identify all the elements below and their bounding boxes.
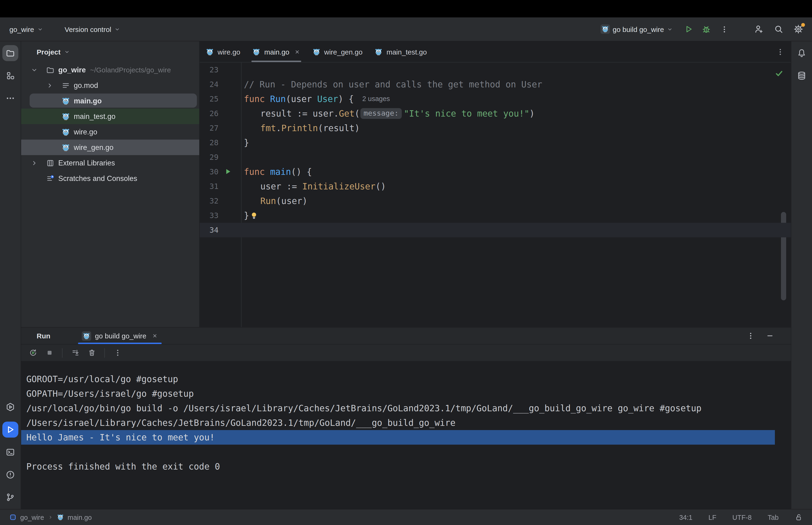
tab-label: main.go — [264, 48, 289, 56]
tree-item-go.mod[interactable]: go.mod — [21, 77, 199, 93]
tree-item-main.go[interactable]: main.go — [21, 93, 199, 108]
run-config-chip — [600, 25, 610, 34]
run-tab[interactable]: go build go_wire — [77, 328, 163, 344]
stop-button[interactable] — [43, 347, 56, 359]
database-tool-button[interactable] — [794, 68, 810, 84]
settings-notification-dot — [801, 23, 805, 27]
chevron-right-icon[interactable] — [31, 159, 38, 167]
chevron-down-icon[interactable] — [31, 66, 38, 74]
code-line-30: 30func main() { — [200, 165, 791, 179]
vcs-widget[interactable]: Version control — [65, 25, 120, 33]
code-token: Get — [339, 106, 354, 121]
editor-tab-main.go[interactable]: main.go — [246, 41, 306, 62]
editor-tab-wire.go[interactable]: wire.go — [200, 41, 246, 62]
debug-button[interactable] — [699, 22, 713, 36]
run-icon — [6, 425, 15, 434]
notifications-button[interactable] — [794, 45, 810, 61]
code-token: (result) — [318, 121, 360, 135]
line-number: 27 — [200, 121, 218, 135]
editor-tab-options-button[interactable] — [774, 46, 786, 58]
services-tool-button[interactable] — [2, 399, 18, 415]
search-everywhere-button[interactable] — [771, 22, 786, 36]
tree-item-label: go_wire — [58, 65, 86, 74]
project-widget[interactable]: go_wire — [10, 25, 43, 33]
global-actions — [752, 22, 806, 36]
console-line: GOPATH=/Users/israel/go #gosetup — [21, 386, 791, 401]
tree-item-scratches-and-consoles[interactable]: Scratches and Consoles — [21, 170, 199, 186]
encoding-widget[interactable]: UTF-8 — [732, 513, 752, 521]
left-tool-strip — [0, 41, 21, 509]
tree-item-label: go.mod — [74, 81, 98, 90]
parameter-hint-chip: message: — [360, 108, 402, 119]
run-toolbar-more-button[interactable] — [111, 347, 124, 359]
bug-icon — [702, 25, 711, 34]
line-number: 34 — [200, 223, 218, 237]
line-separator-widget[interactable]: LF — [708, 513, 716, 521]
project-square-icon — [10, 514, 16, 521]
close-icon[interactable] — [294, 49, 300, 55]
problems-tool-button[interactable] — [2, 467, 18, 483]
code-token: main — [270, 165, 291, 179]
git-tool-button[interactable] — [2, 489, 18, 505]
status-bar: go_wiremain.go 34:1LFUTF-8Tab — [0, 509, 812, 525]
rerun-button[interactable] — [27, 347, 39, 359]
scroll-to-end-button[interactable] — [69, 347, 81, 359]
tree-item-label: External Libraries — [58, 159, 115, 167]
project-tool-button[interactable] — [2, 45, 18, 61]
problems-icon — [6, 470, 15, 479]
scratches-icon — [46, 174, 55, 183]
run-console[interactable]: GOROOT=/usr/local/go #gosetupGOPATH=/Use… — [21, 361, 791, 509]
console-line-selected: Hello James - It's nice to meet you! — [21, 430, 775, 445]
breadcrumb-item-main.go[interactable]: main.go — [68, 513, 92, 521]
tree-item-wire_gen.go[interactable]: wire_gen.go — [21, 139, 199, 155]
settings-button[interactable] — [791, 22, 806, 36]
git-branch-icon — [6, 493, 15, 502]
right-strip-top — [791, 41, 812, 84]
run-tool-window: Run go build go_wire GOROOT=/usr/local/g… — [21, 327, 791, 509]
minimize-icon[interactable] — [766, 332, 774, 340]
chevron-down-icon — [667, 26, 673, 32]
clear-all-button[interactable] — [86, 347, 98, 359]
intention-bulb-icon[interactable] — [250, 211, 258, 220]
left-strip-bottom — [0, 399, 21, 505]
terminal-tool-button[interactable] — [2, 444, 18, 460]
run-tool-button[interactable] — [2, 422, 18, 438]
indent-style-widget[interactable]: Tab — [768, 513, 779, 521]
gopher-icon — [312, 48, 320, 56]
editor-tab-main_test.go[interactable]: main_test.go — [369, 41, 433, 62]
chevron-right-icon — [48, 515, 53, 520]
upper-area: Project go_wire~/GolandProjects/go_wireg… — [21, 41, 791, 327]
close-icon[interactable] — [152, 333, 158, 339]
caret-position-widget[interactable]: 34:1 — [679, 513, 692, 521]
gopher-icon — [206, 48, 214, 56]
line-number: 25 — [200, 92, 218, 106]
chevron-right-icon[interactable] — [46, 81, 53, 89]
more-vertical-icon[interactable] — [747, 332, 755, 340]
search-icon — [774, 25, 783, 34]
code-token: } — [244, 208, 249, 223]
more-run-options-button[interactable] — [717, 22, 731, 36]
console-line: GOROOT=/usr/local/go #gosetup — [21, 372, 791, 386]
console-line — [21, 445, 791, 459]
macos-titlebar — [0, 0, 812, 17]
run-line-icon[interactable] — [224, 168, 232, 175]
breadcrumb-item-go_wire[interactable]: go_wire — [20, 513, 44, 521]
more-tool-windows-button[interactable] — [2, 90, 18, 106]
run-button[interactable] — [681, 22, 695, 36]
usages-inlay-hint[interactable]: 2 usages — [362, 92, 390, 106]
add-user-button[interactable] — [752, 22, 766, 36]
code-editor[interactable]: 2324// Run - Depends on user and calls t… — [200, 62, 791, 327]
tree-item-main_test.go[interactable]: main_test.go — [21, 108, 199, 124]
gopher-icon — [375, 48, 383, 56]
gopher-icon — [62, 112, 70, 121]
tree-item-go_wire[interactable]: go_wire~/GolandProjects/go_wire — [21, 62, 199, 77]
project-panel-header[interactable]: Project — [21, 41, 199, 62]
tree-item-external-libraries[interactable]: External Libraries — [21, 155, 199, 170]
run-configuration-selector[interactable]: go build go_wire — [600, 25, 673, 34]
tree-item-label: main.go — [74, 96, 102, 105]
tree-item-wire.go[interactable]: wire.go — [21, 124, 199, 139]
code-token: InitializeUser — [302, 179, 376, 194]
editor-tab-wire_gen.go[interactable]: wire_gen.go — [306, 41, 368, 62]
lock-open-icon[interactable] — [795, 513, 802, 521]
structure-tool-button[interactable] — [2, 68, 18, 84]
